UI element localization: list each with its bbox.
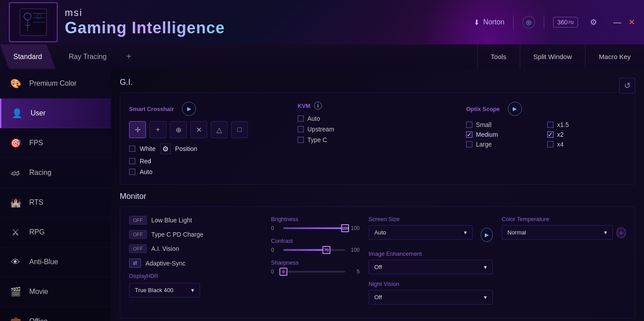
brightness-track[interactable]: 100 bbox=[283, 227, 345, 229]
crosshair-btn-6[interactable]: □ bbox=[231, 121, 248, 138]
tab-split-window[interactable]: Split Window bbox=[520, 44, 585, 69]
contrast-section: Contrast 0 70 100 bbox=[271, 238, 360, 253]
tab-standard-label: Standard bbox=[13, 53, 42, 61]
displayhdr-dropdown[interactable]: True Black 400 ▾ bbox=[129, 283, 200, 297]
crosshair-btn-3[interactable]: ⊕ bbox=[170, 121, 187, 138]
screen-size-dropdown[interactable]: Auto ▾ bbox=[369, 225, 473, 240]
close-button[interactable]: ✕ bbox=[628, 17, 635, 27]
sidebar-item-fps[interactable]: 🎯 FPS bbox=[0, 128, 111, 158]
optix-x2-label: x2 bbox=[557, 131, 564, 138]
tab-ray-tracing[interactable]: Ray Tracing bbox=[55, 44, 120, 69]
circle-icon-button[interactable]: ◎ bbox=[522, 16, 535, 28]
brightness-thumb[interactable]: 100 bbox=[341, 224, 349, 232]
sidebar-item-premium-color[interactable]: 🎨 Premium Color bbox=[0, 69, 111, 99]
norton-button[interactable]: ⬇ Norton bbox=[474, 18, 504, 27]
kvm-auto-label: Auto bbox=[307, 115, 320, 122]
type-c-pd-toggle[interactable]: OFF bbox=[129, 230, 147, 239]
ai-vision-label: A.I. Vision bbox=[151, 245, 179, 252]
contrast-track[interactable]: 70 bbox=[283, 249, 345, 251]
optix-play-button[interactable]: ▶ bbox=[508, 102, 522, 116]
white-label: White bbox=[140, 145, 156, 152]
optix-medium-label: Medium bbox=[476, 131, 498, 138]
tab-standard[interactable]: Standard bbox=[0, 44, 55, 69]
sidebar-item-anti-blue[interactable]: 👁 Anti-Blue bbox=[0, 247, 111, 277]
low-blue-light-toggle[interactable]: OFF bbox=[129, 216, 147, 225]
optix-large[interactable]: Large bbox=[466, 141, 545, 148]
screen-size-play-button[interactable]: ▶ bbox=[481, 228, 493, 242]
night-vision-dropdown[interactable]: Off ▾ bbox=[369, 290, 493, 305]
tab-macro-key[interactable]: Macro Key bbox=[585, 44, 644, 69]
sidebar-item-movie[interactable]: 🎬 Movie bbox=[0, 277, 111, 307]
hz-unit: Hz bbox=[569, 20, 574, 25]
crosshair-btn-1[interactable]: ✛ bbox=[129, 121, 146, 138]
monitor-section-title: Monitor bbox=[120, 192, 635, 201]
main-content: ↺ G.I. Smart Crosshair ▶ ✛ + ⊕ ✕ △ □ bbox=[111, 69, 644, 321]
kvm-label: KVM bbox=[298, 103, 310, 109]
kvm-typec-checkbox[interactable] bbox=[298, 137, 304, 143]
optix-x2-checkbox[interactable]: ✓ bbox=[547, 131, 554, 138]
optix-x2[interactable]: ✓ x2 bbox=[547, 131, 626, 138]
optix-x15[interactable]: x1.5 bbox=[547, 121, 626, 128]
sidebar-label-movie: Movie bbox=[29, 288, 48, 296]
reset-button[interactable]: ↺ bbox=[619, 78, 635, 94]
crosshair-icons: ✛ + ⊕ ✕ △ □ bbox=[129, 121, 289, 138]
color-temp-chevron-icon: ▾ bbox=[604, 229, 607, 236]
kvm-upstream-checkbox[interactable] bbox=[298, 126, 304, 132]
optix-x4-checkbox[interactable] bbox=[547, 141, 554, 147]
ai-vision-toggle[interactable]: OFF bbox=[129, 244, 147, 253]
kvm-auto-checkbox[interactable] bbox=[298, 115, 304, 122]
optix-x15-checkbox[interactable] bbox=[547, 122, 554, 128]
kvm-auto-option[interactable]: Auto bbox=[298, 115, 457, 122]
sharpness-thumb[interactable]: 0 bbox=[279, 268, 287, 276]
titlebar-right: ⬇ Norton ◎ 360 Hz ⚙ — ✕ bbox=[474, 16, 644, 29]
optix-medium[interactable]: ✓ Medium bbox=[466, 131, 545, 138]
sharpness-track[interactable]: 0 bbox=[283, 271, 345, 273]
contrast-thumb[interactable]: 70 bbox=[322, 246, 330, 254]
red-checkbox[interactable] bbox=[129, 158, 135, 164]
optix-scope-section: Optix Scope ▶ Small x1.5 ✓ Medium bbox=[466, 102, 626, 175]
optix-small[interactable]: Small bbox=[466, 121, 545, 128]
crosshair-btn-5[interactable]: △ bbox=[211, 121, 228, 138]
add-tab-icon: + bbox=[126, 52, 131, 62]
crosshair-btn-2[interactable]: + bbox=[149, 121, 166, 138]
sidebar-item-rts[interactable]: 🏰 RTS bbox=[0, 188, 111, 218]
tab-tools[interactable]: Tools bbox=[477, 44, 520, 69]
sidebar-item-racing[interactable]: 🏎 Racing bbox=[0, 158, 111, 188]
adaptive-sync-label: Adaptive-Sync bbox=[145, 260, 185, 267]
minimize-button[interactable]: — bbox=[613, 18, 621, 27]
optix-x4[interactable]: x4 bbox=[547, 141, 626, 148]
optix-small-checkbox[interactable] bbox=[466, 122, 472, 128]
optix-medium-checkbox[interactable]: ✓ bbox=[466, 131, 472, 138]
optix-large-checkbox[interactable] bbox=[466, 141, 472, 147]
smart-crosshair-section: Smart Crosshair ▶ ✛ + ⊕ ✕ △ □ White ⚙ Po… bbox=[129, 102, 289, 175]
add-tab-button[interactable]: + bbox=[120, 44, 137, 69]
settings-icon[interactable]: ⚙ bbox=[587, 16, 600, 29]
image-enhancement-dropdown[interactable]: Off ▾ bbox=[369, 260, 493, 274]
sidebar-item-office[interactable]: 💼 Office bbox=[0, 307, 111, 321]
kvm-typec-option[interactable]: Type C bbox=[298, 136, 457, 143]
sidebar-label-fps: FPS bbox=[29, 139, 43, 147]
smart-crosshair-play-button[interactable]: ▶ bbox=[182, 102, 196, 116]
color-temp-dropdown[interactable]: Normal ▾ bbox=[502, 225, 613, 240]
adaptive-sync-toggle[interactable]: ⇄ bbox=[129, 258, 141, 268]
white-checkbox[interactable] bbox=[129, 146, 135, 152]
color-temp-settings-icon[interactable]: ○ bbox=[617, 227, 626, 238]
kvm-upstream-option[interactable]: Upstream bbox=[298, 126, 457, 133]
sidebar-item-user[interactable]: 👤 User bbox=[0, 99, 111, 128]
crosshair-btn-4[interactable]: ✕ bbox=[190, 121, 207, 138]
sidebar: 🎨 Premium Color 👤 User 🎯 FPS 🏎 Racing 🏰 … bbox=[0, 69, 111, 321]
contrast-min: 0 bbox=[271, 247, 280, 253]
logo-icon bbox=[9, 2, 58, 42]
sidebar-item-rpg[interactable]: ⚔ RPG bbox=[0, 218, 111, 247]
divider2 bbox=[544, 16, 544, 29]
brand-name: msi bbox=[65, 7, 225, 19]
optix-scope-label: Optix Scope bbox=[466, 106, 500, 112]
contrast-thumb-value: 70 bbox=[324, 248, 329, 252]
kvm-info-icon[interactable]: ℹ bbox=[314, 102, 322, 110]
toggle-adaptive-sync: ⇄ Adaptive-Sync bbox=[129, 258, 262, 268]
auto-checkbox[interactable] bbox=[129, 169, 135, 175]
color-settings-btn[interactable]: ⚙ bbox=[160, 143, 171, 154]
sharpness-slider-row: 0 0 5 bbox=[271, 269, 360, 275]
racing-icon: 🏎 bbox=[9, 166, 22, 179]
contrast-fill bbox=[283, 249, 326, 251]
